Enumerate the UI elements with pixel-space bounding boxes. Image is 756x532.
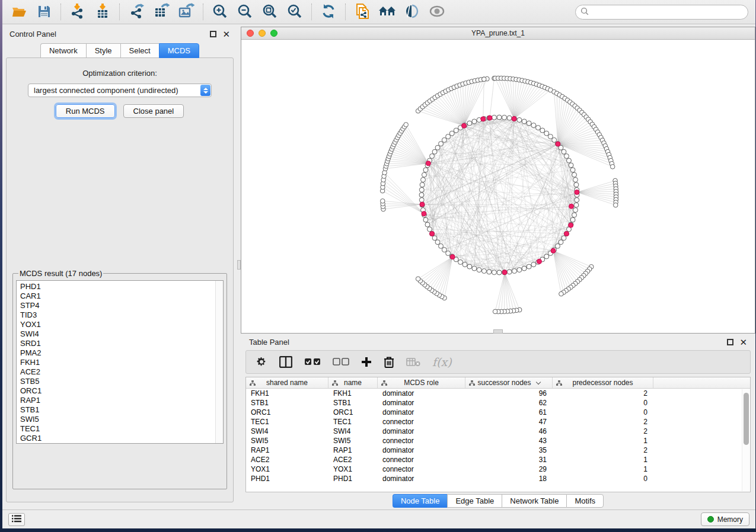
graph-node[interactable] bbox=[435, 240, 440, 245]
cell-name[interactable]: TEC1 bbox=[328, 417, 378, 427]
import-network-button[interactable] bbox=[66, 2, 90, 22]
cell-shared-name[interactable]: PHD1 bbox=[246, 474, 328, 483]
toggle-graphics-details-button[interactable] bbox=[400, 2, 424, 22]
optimization-criterion-select[interactable]: largest connected component (undirected) bbox=[28, 84, 212, 97]
table-row[interactable]: ACE2ACE2connector311 bbox=[246, 455, 750, 464]
delete-table-icon[interactable] bbox=[406, 357, 420, 367]
graph-node[interactable] bbox=[537, 259, 541, 264]
network-graph[interactable] bbox=[241, 40, 755, 333]
graph-node[interactable] bbox=[477, 268, 481, 273]
graph-node[interactable] bbox=[562, 149, 566, 154]
tab-node-table[interactable]: Node Table bbox=[393, 494, 448, 508]
graph-node[interactable] bbox=[481, 77, 486, 82]
result-list-scrollbar[interactable] bbox=[215, 281, 223, 443]
graph-node[interactable] bbox=[564, 232, 569, 236]
float-table-panel-icon[interactable] bbox=[727, 339, 733, 345]
cell-mcds-role[interactable]: dominator bbox=[378, 446, 465, 455]
graph-node[interactable] bbox=[551, 248, 556, 253]
cell-shared-name[interactable]: RAP1 bbox=[246, 446, 328, 455]
graph-node[interactable] bbox=[428, 227, 432, 232]
graph-node[interactable] bbox=[449, 131, 454, 136]
graph-node[interactable] bbox=[430, 232, 435, 236]
graph-node[interactable] bbox=[574, 182, 579, 187]
mcds-result-item[interactable]: STP4 bbox=[20, 301, 223, 310]
graph-node[interactable] bbox=[435, 145, 440, 150]
graph-node[interactable] bbox=[613, 203, 618, 207]
tab-network[interactable]: Network bbox=[40, 43, 86, 58]
table-row[interactable]: TEC1TEC1connector472 bbox=[246, 417, 750, 427]
export-image-button[interactable] bbox=[174, 2, 198, 22]
save-session-button[interactable] bbox=[32, 2, 56, 22]
cell-shared-name[interactable]: YOX1 bbox=[246, 464, 328, 474]
graph-node[interactable] bbox=[562, 236, 566, 241]
graph-node[interactable] bbox=[462, 262, 467, 267]
cell-shared-name[interactable]: TEC1 bbox=[246, 417, 328, 427]
graph-node[interactable] bbox=[481, 117, 486, 121]
graph-node[interactable] bbox=[423, 168, 428, 172]
mcds-result-item[interactable]: TID3 bbox=[20, 310, 223, 320]
graph-node[interactable] bbox=[419, 198, 424, 203]
table-row[interactable]: RAP1RAP1dominator352 bbox=[246, 446, 750, 455]
graph-node[interactable] bbox=[517, 117, 522, 122]
graph-node[interactable] bbox=[420, 182, 425, 187]
graph-node[interactable] bbox=[517, 268, 522, 273]
graph-node[interactable] bbox=[492, 115, 496, 120]
tab-edge-table[interactable]: Edge Table bbox=[447, 494, 502, 508]
graph-node[interactable] bbox=[531, 262, 536, 267]
cell-name[interactable]: SWI5 bbox=[328, 436, 378, 446]
mcds-result-item[interactable]: FKH1 bbox=[20, 358, 223, 367]
graph-node[interactable] bbox=[572, 172, 577, 177]
graph-node[interactable] bbox=[573, 177, 578, 182]
cell-successor-nodes[interactable]: 35 bbox=[465, 446, 553, 455]
cell-predecessor-nodes[interactable]: 0 bbox=[553, 408, 653, 417]
cell-name[interactable]: SWI4 bbox=[328, 427, 378, 436]
graph-node[interactable] bbox=[416, 277, 420, 281]
open-file-button[interactable] bbox=[7, 2, 31, 22]
mcds-result-item[interactable]: SRD1 bbox=[20, 339, 223, 348]
graph-node[interactable] bbox=[522, 119, 527, 124]
graph-node[interactable] bbox=[380, 199, 385, 204]
first-neighbors-button[interactable] bbox=[375, 2, 399, 22]
graph-node[interactable] bbox=[507, 116, 512, 120]
cell-successor-nodes[interactable]: 18 bbox=[465, 474, 553, 483]
graph-node[interactable] bbox=[527, 121, 531, 126]
mcds-result-item[interactable]: ORC1 bbox=[20, 386, 223, 396]
graph-node[interactable] bbox=[564, 154, 569, 159]
graph-node[interactable] bbox=[472, 119, 477, 124]
export-table-button[interactable] bbox=[149, 2, 173, 22]
mcds-result-item[interactable]: STB1 bbox=[20, 405, 223, 415]
mcds-result-item[interactable]: TEC1 bbox=[20, 424, 223, 434]
graph-node[interactable] bbox=[487, 270, 492, 274]
graph-node[interactable] bbox=[540, 128, 545, 133]
cell-mcds-role[interactable]: connector bbox=[378, 464, 465, 474]
graph-node[interactable] bbox=[507, 270, 512, 274]
cell-predecessor-nodes[interactable]: 1 bbox=[553, 455, 653, 464]
graph-node[interactable] bbox=[544, 131, 549, 136]
graph-node[interactable] bbox=[426, 161, 430, 166]
refresh-button[interactable] bbox=[317, 2, 340, 22]
graph-node[interactable] bbox=[442, 137, 446, 142]
column-header-name[interactable]: name bbox=[328, 377, 378, 388]
graph-node[interactable] bbox=[559, 240, 563, 245]
graph-node[interactable] bbox=[439, 243, 444, 248]
table-row[interactable]: FKH1FKH1dominator962 bbox=[246, 389, 750, 398]
graph-node[interactable] bbox=[502, 270, 507, 275]
show-hide-eye-button[interactable] bbox=[425, 2, 449, 22]
graph-node[interactable] bbox=[512, 116, 516, 121]
graph-node[interactable] bbox=[446, 251, 451, 255]
table-scrollbar[interactable] bbox=[742, 389, 749, 491]
run-mcds-button[interactable]: Run MCDS bbox=[56, 104, 115, 118]
cell-name[interactable]: ACE2 bbox=[328, 455, 378, 464]
cell-name[interactable]: YOX1 bbox=[328, 464, 378, 474]
graph-node[interactable] bbox=[454, 128, 458, 133]
cell-successor-nodes[interactable]: 62 bbox=[465, 398, 553, 408]
zoom-in-button[interactable] bbox=[208, 2, 232, 22]
table-row[interactable]: PHD1PHD1dominator180 bbox=[246, 474, 750, 483]
cell-predecessor-nodes[interactable]: 1 bbox=[553, 436, 653, 446]
tab-style[interactable]: Style bbox=[86, 43, 120, 58]
cell-successor-nodes[interactable]: 61 bbox=[465, 408, 553, 417]
cell-predecessor-nodes[interactable]: 0 bbox=[553, 474, 653, 483]
cell-successor-nodes[interactable]: 47 bbox=[465, 417, 553, 427]
graph-node[interactable] bbox=[487, 116, 492, 120]
column-header-shared-name[interactable]: shared name bbox=[246, 377, 328, 388]
